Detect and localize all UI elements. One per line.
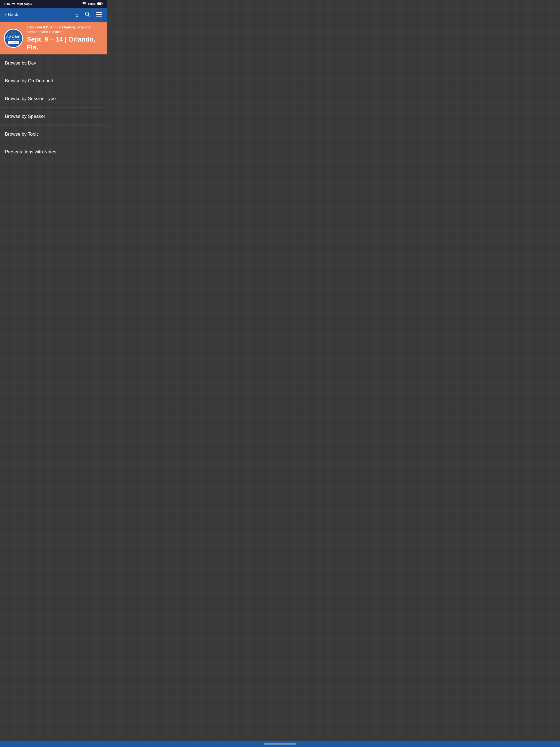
menu-item-label-browse-speaker: Browse by Speaker bbox=[5, 114, 45, 119]
menu-item-presentations-notes[interactable]: Presentations with Notes bbox=[0, 143, 107, 161]
menu-item-browse-day[interactable]: Browse by Day bbox=[0, 54, 107, 72]
menu-item-label-browse-on-demand: Browse by On-Demand bbox=[5, 78, 53, 84]
status-date: Mon Aug 5 bbox=[17, 2, 32, 5]
menu-list: Browse by DayBrowse by On-DemandBrowse b… bbox=[0, 54, 107, 161]
back-chevron-icon: ‹ bbox=[4, 12, 6, 18]
logo-city: Orlando bbox=[8, 41, 19, 44]
banner-title: Sept. 9 – 14 | Orlando, Fla. bbox=[27, 35, 103, 51]
menu-icon[interactable] bbox=[96, 12, 102, 18]
menu-item-label-browse-day: Browse by Day bbox=[5, 60, 36, 66]
status-bar: 3:16 PM Mon Aug 5 100% bbox=[0, 0, 107, 8]
battery-percentage: 100% bbox=[88, 2, 96, 5]
svg-point-3 bbox=[85, 12, 88, 15]
menu-item-browse-speaker[interactable]: Browse by Speaker bbox=[0, 108, 107, 126]
menu-item-browse-on-demand[interactable]: Browse by On-Demand bbox=[0, 72, 107, 90]
back-button[interactable]: ‹ Back bbox=[4, 12, 18, 18]
menu-item-label-browse-topic: Browse by Topic bbox=[5, 131, 39, 137]
svg-rect-2 bbox=[102, 3, 103, 4]
svg-rect-7 bbox=[96, 16, 102, 17]
menu-item-label-presentations-notes: Presentations with Notes bbox=[5, 149, 56, 155]
menu-item-browse-topic[interactable]: Browse by Topic bbox=[0, 126, 107, 143]
svg-rect-1 bbox=[97, 2, 101, 5]
search-icon[interactable] bbox=[85, 11, 90, 18]
banner-subtitle: 106th AAOMS Annual Meeting, Scientific S… bbox=[27, 25, 103, 34]
battery-icon bbox=[97, 2, 103, 6]
logo-year: 2024 bbox=[10, 32, 17, 35]
event-banner: 2024 AAOMS ANNUAL MEETING Orlando 106th … bbox=[0, 22, 107, 54]
event-logo: 2024 AAOMS ANNUAL MEETING Orlando bbox=[4, 29, 23, 48]
menu-item-browse-session-type[interactable]: Browse by Session Type bbox=[0, 90, 107, 108]
menu-item-label-browse-session-type: Browse by Session Type bbox=[5, 96, 56, 101]
svg-rect-5 bbox=[96, 12, 102, 13]
nav-icons: ⌂ bbox=[75, 11, 102, 18]
svg-rect-6 bbox=[96, 14, 102, 15]
status-time: 3:16 PM bbox=[4, 2, 15, 5]
banner-text: 106th AAOMS Annual Meeting, Scientific S… bbox=[27, 25, 103, 51]
nav-bar: ‹ Back ⌂ bbox=[0, 8, 107, 22]
back-label: Back bbox=[8, 12, 18, 18]
wifi-icon bbox=[82, 2, 86, 6]
logo-sub: ANNUAL MEETING bbox=[5, 39, 21, 41]
home-icon[interactable]: ⌂ bbox=[75, 12, 79, 18]
svg-line-4 bbox=[88, 15, 90, 17]
logo-name: AAOMS bbox=[6, 35, 21, 39]
